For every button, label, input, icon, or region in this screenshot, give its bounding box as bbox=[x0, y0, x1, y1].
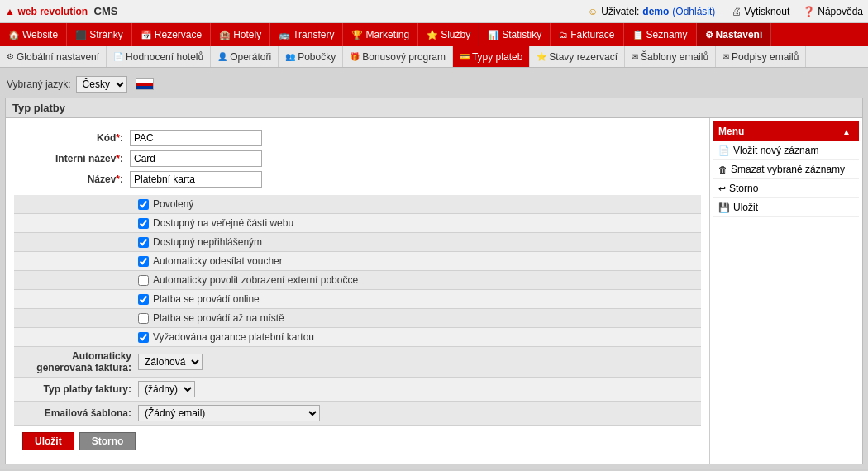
nav-icon-marketing: 🏆 bbox=[351, 30, 363, 40]
nav-item-statistiky[interactable]: 📊Statistiky bbox=[479, 23, 551, 46]
lang-label: Vybraný jazyk: bbox=[7, 78, 71, 90]
nav-item-stranky[interactable]: ⬛Stránky bbox=[67, 23, 132, 46]
emailova-select[interactable]: (Žádný email) bbox=[138, 405, 320, 421]
checkbox-label-platba_miste: Platba se provádí až na místě bbox=[153, 312, 284, 324]
user-icon: ☺ bbox=[588, 6, 598, 17]
topbar: ▲ web revolution CMS ☺ Uživatel: demo (O… bbox=[0, 0, 868, 23]
nav-item-sluzby[interactable]: ⭐Služby bbox=[418, 23, 479, 46]
nav-icon-fakturace: 🗂 bbox=[559, 30, 568, 40]
checkbox-row-povoleny: Povolený bbox=[14, 195, 701, 214]
sub-icon-podpisy: ✉ bbox=[723, 52, 729, 61]
nazev-row: Název*: bbox=[22, 171, 693, 188]
nav-icon-rezervace: 📅 bbox=[141, 30, 152, 40]
checkbox-platba_online[interactable] bbox=[138, 294, 149, 305]
sub-icon-globalni: ⚙ bbox=[7, 52, 14, 61]
faktura-label: Automaticky generovaná faktura: bbox=[22, 350, 138, 373]
checkbox-auto_pobocka[interactable] bbox=[138, 275, 149, 286]
help-icon: ❓ bbox=[803, 6, 815, 17]
checkbox-auto_voucher[interactable] bbox=[138, 256, 149, 267]
nav-icon-hotely: 🏨 bbox=[219, 30, 231, 40]
menu-action-smazat-vybrané-záznamy[interactable]: 🗑Smazat vybrané záznamy bbox=[713, 160, 859, 179]
emailova-label: Emailová šablona: bbox=[22, 407, 138, 419]
sub-item-operatori[interactable]: 👤Operátoři bbox=[211, 46, 279, 67]
help-btn[interactable]: ❓ Nápověda bbox=[803, 6, 863, 17]
sub-item-sablony[interactable]: ✉Šablony emailů bbox=[625, 46, 716, 67]
menu-action-icon: 🗑 bbox=[718, 164, 727, 174]
sub-item-bonus[interactable]: 🎁Bonusový program bbox=[343, 46, 453, 67]
sub-item-stavy[interactable]: ⭐Stavy rezervací bbox=[530, 46, 625, 67]
checkbox-row-platba_miste: Platba se provádí až na místě bbox=[14, 309, 701, 328]
lang-select[interactable]: Česky bbox=[76, 76, 127, 93]
menu-actions: 📄Vložit nový záznam🗑Smazat vybrané zázna… bbox=[713, 141, 859, 217]
kod-row: Kód*: bbox=[22, 130, 693, 146]
kod-input[interactable] bbox=[130, 130, 262, 146]
nav-item-rezervace[interactable]: 📅Rezervace bbox=[132, 23, 211, 46]
checkbox-label-povoleny: Povolený bbox=[153, 198, 193, 210]
checkbox-label-dostupny_web: Dostupný na veřejné části webu bbox=[153, 217, 293, 229]
nazev-input[interactable] bbox=[130, 171, 262, 188]
checkbox-label-dostupny_neprihl: Dostupný nepřihlášeným bbox=[153, 236, 262, 248]
save-button[interactable]: Uložit bbox=[22, 432, 74, 450]
menu-collapse-btn[interactable]: ▲ bbox=[839, 124, 854, 139]
menu-action-icon: 💾 bbox=[718, 202, 730, 213]
nav-icon-sluzby: ⭐ bbox=[427, 30, 438, 40]
checkbox-row-auto_voucher: Automaticky odesílat voucher bbox=[14, 252, 701, 271]
nav-item-hotely[interactable]: 🏨Hotely bbox=[211, 23, 270, 46]
checkbox-row-dostupny_neprihl: Dostupný nepřihlášeným bbox=[14, 233, 701, 252]
nav-item-seznamy[interactable]: 📋Seznamy bbox=[624, 23, 697, 46]
main-card: Typ platby Kód*: Interní název*: Název*: bbox=[5, 98, 863, 464]
sub-icon-hodnoceni: 📄 bbox=[113, 52, 123, 61]
checkbox-povoleny[interactable] bbox=[138, 199, 149, 210]
checkbox-garance_karta[interactable] bbox=[138, 332, 149, 343]
cancel-button[interactable]: Storno bbox=[79, 432, 136, 450]
menu-action-storno[interactable]: ↩Storno bbox=[713, 179, 859, 198]
menu-action-uložit[interactable]: 💾Uložit bbox=[713, 198, 859, 217]
sub-icon-bonus: 🎁 bbox=[350, 52, 360, 61]
typ-platby-select[interactable]: (žádny) bbox=[138, 381, 195, 397]
form-right: Menu ▲ 📄Vložit nový záznam🗑Smazat vybran… bbox=[709, 118, 862, 464]
nav-icon-stranky: ⬛ bbox=[75, 30, 87, 40]
checkbox-row-platba_online: Platba se provádí online bbox=[14, 290, 701, 309]
user-label: Uživatel: bbox=[601, 6, 639, 17]
typ-platby-row: Typ platby faktury: (žádny) bbox=[14, 378, 701, 402]
user-action[interactable]: (Odhlásit) bbox=[672, 6, 715, 17]
nav-item-marketing[interactable]: 🏆Marketing bbox=[343, 23, 418, 46]
checkbox-dostupny_web[interactable] bbox=[138, 218, 149, 229]
sub-item-globalni[interactable]: ⚙Globální nastavení bbox=[0, 46, 107, 67]
checkbox-platba_miste[interactable] bbox=[138, 313, 149, 324]
nav-icon-website: 🏠 bbox=[8, 30, 20, 40]
flag-icon bbox=[136, 78, 154, 90]
interni-label: Interní název*: bbox=[22, 153, 130, 164]
cms-label: CMS bbox=[94, 5, 118, 17]
sub-item-typy_plateb[interactable]: 💳Typy plateb bbox=[453, 46, 530, 67]
form-left: Kód*: Interní název*: Název*: PovolenýDo… bbox=[6, 118, 709, 464]
nav-icon-nastaveni: ⚙ bbox=[705, 30, 713, 40]
faktura-select[interactable]: Zálohová bbox=[138, 354, 203, 370]
nav-item-nastaveni[interactable]: ⚙Nastavení bbox=[697, 23, 772, 46]
menu-action-vložit-nový-záznam[interactable]: 📄Vložit nový záznam bbox=[713, 141, 859, 160]
menu-action-icon: 📄 bbox=[718, 145, 730, 156]
print-btn[interactable]: 🖨 Vytisknout bbox=[732, 6, 789, 17]
nav-item-fakturace[interactable]: 🗂Fakturace bbox=[551, 23, 623, 46]
interni-input[interactable] bbox=[130, 150, 262, 167]
user-section: ☺ Uživatel: demo (Odhlásit) bbox=[588, 6, 715, 17]
nav-item-website[interactable]: 🏠Website bbox=[0, 23, 67, 46]
sub-item-podpisy[interactable]: ✉Podpisy emailů bbox=[716, 46, 806, 67]
checkbox-label-auto_voucher: Automaticky odesílat voucher bbox=[153, 255, 283, 267]
checkbox-dostupny_neprihl[interactable] bbox=[138, 237, 149, 248]
checkbox-label-platba_online: Platba se provádí online bbox=[153, 293, 260, 305]
sub-icon-operatori: 👤 bbox=[217, 52, 227, 61]
nav-icon-transfery: 🚌 bbox=[279, 30, 290, 40]
typ-platby-label: Typ platby faktury: bbox=[22, 383, 138, 395]
lang-row: Vybraný jazyk: Česky bbox=[5, 73, 863, 98]
checkbox-label-auto_pobocka: Automaticky povolit zobrazení externí po… bbox=[153, 274, 358, 286]
sub-item-pobocky[interactable]: 👥Pobočky bbox=[279, 46, 343, 67]
sub-item-hodnoceni[interactable]: 📄Hodnocení hotelů bbox=[107, 46, 211, 67]
nav-item-transfery[interactable]: 🚌Transfery bbox=[270, 23, 343, 46]
sub-nav: ⚙Globální nastavení📄Hodnocení hotelů👤Ope… bbox=[0, 46, 868, 68]
user-name[interactable]: demo bbox=[642, 6, 669, 17]
main-nav: 🏠Website⬛Stránky📅Rezervace🏨Hotely🚌Transf… bbox=[0, 23, 868, 46]
sub-icon-stavy: ⭐ bbox=[537, 52, 546, 61]
nav-icon-seznamy: 📋 bbox=[632, 30, 644, 40]
action-row: Uložit Storno bbox=[14, 426, 701, 457]
